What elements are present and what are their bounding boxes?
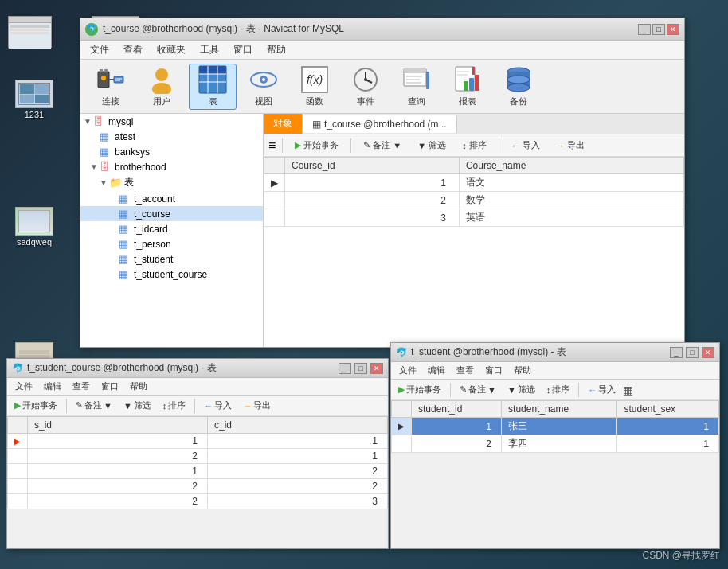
st-minimize[interactable]: _ xyxy=(670,347,683,358)
tree-icon-brotherhood: 🗄 xyxy=(100,161,112,173)
query-icon xyxy=(402,65,431,94)
sc-menu-file[interactable]: 文件 xyxy=(10,380,37,393)
menu-window[interactable]: 窗口 xyxy=(227,41,259,58)
toolbar-func[interactable]: f(x) 函数 xyxy=(291,64,339,110)
st-menu-edit[interactable]: 编辑 xyxy=(423,364,450,377)
table-row[interactable]: 2 李四 1 xyxy=(392,435,719,453)
st-comment[interactable]: ✎ 备注 ▼ xyxy=(456,383,500,396)
sc-sort[interactable]: ↕ 排序 xyxy=(159,399,190,412)
sc-sid-3: 1 xyxy=(28,464,208,479)
menu-view[interactable]: 查看 xyxy=(117,41,149,58)
sc-filter[interactable]: ▼ 筛选 xyxy=(119,399,155,412)
table-row[interactable]: ▶ 1 1 xyxy=(8,434,388,449)
sc-menu-window[interactable]: 窗口 xyxy=(96,380,123,393)
obj-tab[interactable]: 对象 xyxy=(264,114,303,134)
table-row[interactable]: ▶ 1 张三 1 xyxy=(392,418,719,435)
import-btn[interactable]: ← 导入 xyxy=(506,137,546,154)
report-icon xyxy=(453,65,482,94)
sc-th-sid[interactable]: s_id xyxy=(28,417,208,434)
toolbar-event[interactable]: 事件 xyxy=(342,64,389,110)
menu-favorites[interactable]: 收藏夹 xyxy=(151,41,192,58)
play-icon: ▶ xyxy=(295,140,301,150)
sc-cid-5: 3 xyxy=(208,494,388,509)
table-row[interactable]: 1 2 xyxy=(8,464,388,479)
tree-atest[interactable]: ▶ ▦ atest xyxy=(80,129,263,144)
tree-t-course[interactable]: ▶ ▦ t_course xyxy=(80,206,263,221)
row-arrow-1: ▶ xyxy=(264,174,285,192)
sort-btn[interactable]: ↕ 排序 xyxy=(456,137,492,154)
st-menu-window[interactable]: 窗口 xyxy=(480,364,507,377)
table-row[interactable]: 2 1 xyxy=(8,449,388,464)
st-menu-view[interactable]: 查看 xyxy=(452,364,479,377)
filter-btn[interactable]: ▼ 筛选 xyxy=(412,137,452,154)
sc-comment-arrow: ▼ xyxy=(104,401,112,411)
st-th-id[interactable]: student_id xyxy=(412,401,502,418)
maximize-btn[interactable]: □ xyxy=(652,24,665,35)
table-row[interactable]: 2 3 xyxy=(8,494,388,509)
sc-menu-view[interactable]: 查看 xyxy=(68,380,95,393)
sc-filter-label: 筛选 xyxy=(134,399,151,411)
data-tab-label: t_course @brotherhood (m... xyxy=(324,119,447,130)
sidebar: ▼ 🗄 mysql ▶ ▦ atest ▶ ▦ banksys ▼ 🗄 xyxy=(80,114,264,347)
svg-point-38 xyxy=(507,84,530,92)
toolbar-report[interactable]: 报表 xyxy=(444,64,491,110)
sc-th-cid[interactable]: c_id xyxy=(208,417,388,434)
sc-minimize[interactable]: _ xyxy=(339,363,351,374)
sc-data-table: s_id c_id ▶ 1 1 2 1 xyxy=(7,416,388,509)
st-menu-help[interactable]: 帮助 xyxy=(509,364,536,377)
st-th-sex[interactable]: student_sex xyxy=(617,401,719,418)
toolbar-backup[interactable]: 备份 xyxy=(495,64,542,110)
menu-file[interactable]: 文件 xyxy=(84,41,115,58)
toolbar-user[interactable]: 用户 xyxy=(138,64,186,110)
sc-maximize[interactable]: □ xyxy=(354,363,367,374)
tree-brotherhood[interactable]: ▼ 🗄 brotherhood xyxy=(80,159,263,174)
st-import[interactable]: ← 导入 xyxy=(584,383,620,396)
student-course-table: s_id c_id ▶ 1 1 2 1 xyxy=(7,416,388,509)
export-btn[interactable]: → 导出 xyxy=(550,137,590,154)
st-filter[interactable]: ▼ 筛选 xyxy=(503,383,539,396)
sc-menu-edit[interactable]: 编辑 xyxy=(39,380,66,393)
tree-t-student-course[interactable]: ▶ ▦ t_student_course xyxy=(80,267,263,282)
table-row[interactable]: 3 英语 xyxy=(264,209,684,227)
sc-import[interactable]: ← 导入 xyxy=(200,399,236,412)
tree-label-banksys: banksys xyxy=(115,146,150,158)
menu-help[interactable]: 帮助 xyxy=(260,41,292,58)
toolbar-view[interactable]: 视图 xyxy=(240,64,288,110)
tree-t-account[interactable]: ▶ ▦ t_account xyxy=(80,191,263,206)
tree-tables-folder[interactable]: ▼ 📁 表 xyxy=(80,174,263,191)
begin-tx-btn[interactable]: ▶ 开始事务 xyxy=(289,137,344,154)
toolbar-table[interactable]: 表 xyxy=(189,64,237,110)
table-row[interactable]: ▶ 1 语文 xyxy=(264,174,684,192)
st-sort[interactable]: ↕ 排序 xyxy=(542,383,574,396)
th-course-id[interactable]: Course_id xyxy=(285,158,460,174)
tree-banksys[interactable]: ▶ ▦ banksys xyxy=(80,144,263,159)
desktop-icon-sadqweq[interactable]: sadqweq xyxy=(6,207,62,247)
tree-t-idcard[interactable]: ▶ ▦ t_idcard xyxy=(80,221,263,236)
toolbar-query[interactable]: 查询 xyxy=(393,64,440,110)
st-close[interactable]: ✕ xyxy=(702,347,714,358)
tree-mysql[interactable]: ▼ 🗄 mysql xyxy=(80,114,263,129)
toolbar-connect[interactable]: 连接 xyxy=(87,64,135,110)
close-btn[interactable]: ✕ xyxy=(667,24,679,35)
minimize-btn[interactable]: _ xyxy=(638,24,651,35)
sc-close[interactable]: ✕ xyxy=(370,363,383,374)
st-th-name[interactable]: student_name xyxy=(502,401,617,418)
comment-btn[interactable]: ✎ 备注 ▼ xyxy=(358,137,407,154)
table-row[interactable]: 2 2 xyxy=(8,479,388,494)
sc-comment[interactable]: ✎ 备注 ▼ xyxy=(72,399,116,412)
menu-tools[interactable]: 工具 xyxy=(194,41,225,58)
svg-rect-31 xyxy=(475,75,479,91)
sc-menu-help[interactable]: 帮助 xyxy=(125,380,152,393)
table-row[interactable]: 2 数学 xyxy=(264,192,684,209)
sort-label: 排序 xyxy=(469,139,487,151)
tree-t-person[interactable]: ▶ ▦ t_person xyxy=(80,236,263,251)
sc-export[interactable]: → 导出 xyxy=(239,399,275,412)
sc-begin-tx[interactable]: ▶ 开始事务 xyxy=(10,399,61,412)
st-maximize[interactable]: □ xyxy=(686,347,699,358)
th-course-name[interactable]: Course_name xyxy=(459,158,683,174)
data-tab[interactable]: ▦ t_course @brotherhood (m... xyxy=(303,115,457,133)
st-begin-tx[interactable]: ▶ 开始事务 xyxy=(394,383,445,396)
tree-t-student[interactable]: ▶ ▦ t_student xyxy=(80,251,263,267)
desktop-icon-1231[interactable]: 1231 xyxy=(6,80,62,119)
st-menu-file[interactable]: 文件 xyxy=(394,364,421,377)
